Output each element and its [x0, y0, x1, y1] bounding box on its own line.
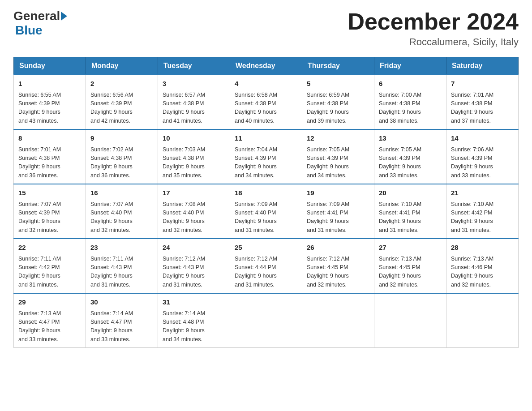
day-number: 10 — [163, 133, 225, 144]
day-info: Sunrise: 7:00 AMSunset: 4:38 PMDaylight:… — [379, 91, 442, 126]
day-info: Sunrise: 6:57 AMSunset: 4:38 PMDaylight:… — [163, 91, 225, 126]
day-number: 15 — [18, 188, 81, 198]
day-info: Sunrise: 7:13 AMSunset: 4:46 PMDaylight:… — [451, 255, 514, 290]
day-info: Sunrise: 7:07 AMSunset: 4:39 PMDaylight:… — [18, 200, 81, 235]
day-info: Sunrise: 6:55 AMSunset: 4:39 PMDaylight:… — [18, 91, 81, 126]
calendar-week-row-5: 29Sunrise: 7:13 AMSunset: 4:47 PMDayligh… — [14, 293, 519, 348]
day-number: 26 — [307, 243, 369, 253]
calendar-cell: 21Sunrise: 7:10 AMSunset: 4:42 PMDayligh… — [446, 184, 519, 239]
calendar-cell: 13Sunrise: 7:05 AMSunset: 4:39 PMDayligh… — [374, 129, 446, 184]
calendar-cell: 2Sunrise: 6:56 AMSunset: 4:39 PMDaylight… — [86, 75, 158, 129]
logo-arrow-icon — [61, 12, 67, 21]
day-info: Sunrise: 7:13 AMSunset: 4:45 PMDaylight:… — [379, 255, 442, 290]
calendar-cell: 20Sunrise: 7:10 AMSunset: 4:41 PMDayligh… — [374, 184, 446, 239]
day-number: 24 — [163, 243, 225, 253]
calendar-cell — [446, 293, 519, 348]
calendar-cell: 1Sunrise: 6:55 AMSunset: 4:39 PMDaylight… — [14, 75, 86, 129]
day-number: 8 — [18, 133, 81, 144]
calendar-cell: 18Sunrise: 7:09 AMSunset: 4:40 PMDayligh… — [230, 184, 302, 239]
day-info: Sunrise: 7:01 AMSunset: 4:38 PMDaylight:… — [451, 91, 514, 126]
day-number: 1 — [18, 79, 81, 89]
month-title: December 2024 — [348, 9, 519, 34]
page-header: General Blue December 2024 Roccalumera, … — [13, 9, 519, 48]
day-info: Sunrise: 7:11 AMSunset: 4:43 PMDaylight:… — [90, 255, 153, 290]
calendar-header-wednesday: Wednesday — [230, 57, 302, 75]
day-number: 13 — [379, 133, 442, 144]
logo-blue-text: Blue — [15, 23, 43, 37]
calendar-cell: 8Sunrise: 7:01 AMSunset: 4:38 PMDaylight… — [14, 129, 86, 184]
logo-general-text: General — [13, 9, 60, 23]
title-block: December 2024 Roccalumera, Sicily, Italy — [348, 9, 519, 48]
day-number: 19 — [307, 188, 369, 198]
day-info: Sunrise: 7:10 AMSunset: 4:42 PMDaylight:… — [451, 200, 514, 235]
day-number: 5 — [307, 79, 369, 89]
calendar-cell: 12Sunrise: 7:05 AMSunset: 4:39 PMDayligh… — [302, 129, 374, 184]
day-number: 4 — [235, 79, 297, 89]
calendar-header-friday: Friday — [374, 57, 446, 75]
day-number: 17 — [163, 188, 225, 198]
calendar-cell: 14Sunrise: 7:06 AMSunset: 4:39 PMDayligh… — [446, 129, 519, 184]
day-info: Sunrise: 7:12 AMSunset: 4:45 PMDaylight:… — [307, 255, 369, 290]
day-info: Sunrise: 7:04 AMSunset: 4:39 PMDaylight:… — [235, 146, 297, 180]
day-number: 27 — [379, 243, 442, 253]
calendar-week-row-2: 8Sunrise: 7:01 AMSunset: 4:38 PMDaylight… — [14, 129, 519, 184]
location-text: Roccalumera, Sicily, Italy — [348, 36, 519, 48]
logo: General Blue — [13, 9, 68, 38]
day-info: Sunrise: 7:09 AMSunset: 4:40 PMDaylight:… — [235, 200, 297, 235]
calendar-cell: 17Sunrise: 7:08 AMSunset: 4:40 PMDayligh… — [158, 184, 230, 239]
calendar-header-monday: Monday — [86, 57, 158, 75]
calendar-cell: 9Sunrise: 7:02 AMSunset: 4:38 PMDaylight… — [86, 129, 158, 184]
calendar-week-row-4: 22Sunrise: 7:11 AMSunset: 4:42 PMDayligh… — [14, 239, 519, 293]
day-number: 21 — [451, 188, 514, 198]
calendar-cell: 27Sunrise: 7:13 AMSunset: 4:45 PMDayligh… — [374, 239, 446, 293]
calendar-cell: 30Sunrise: 7:14 AMSunset: 4:47 PMDayligh… — [86, 293, 158, 348]
day-info: Sunrise: 7:05 AMSunset: 4:39 PMDaylight:… — [307, 146, 369, 180]
day-info: Sunrise: 7:07 AMSunset: 4:40 PMDaylight:… — [90, 200, 153, 235]
day-number: 30 — [90, 297, 153, 308]
calendar-week-row-3: 15Sunrise: 7:07 AMSunset: 4:39 PMDayligh… — [14, 184, 519, 239]
day-info: Sunrise: 7:03 AMSunset: 4:38 PMDaylight:… — [163, 146, 225, 180]
day-info: Sunrise: 6:59 AMSunset: 4:38 PMDaylight:… — [307, 91, 369, 126]
day-info: Sunrise: 7:12 AMSunset: 4:43 PMDaylight:… — [163, 255, 225, 290]
day-number: 9 — [90, 133, 153, 144]
day-number: 6 — [379, 79, 442, 89]
calendar-cell: 7Sunrise: 7:01 AMSunset: 4:38 PMDaylight… — [446, 75, 519, 129]
calendar-week-row-1: 1Sunrise: 6:55 AMSunset: 4:39 PMDaylight… — [14, 75, 519, 129]
day-number: 12 — [307, 133, 369, 144]
calendar-cell — [230, 293, 302, 348]
calendar-header-sunday: Sunday — [14, 57, 86, 75]
calendar-cell: 24Sunrise: 7:12 AMSunset: 4:43 PMDayligh… — [158, 239, 230, 293]
calendar-cell: 3Sunrise: 6:57 AMSunset: 4:38 PMDaylight… — [158, 75, 230, 129]
day-number: 16 — [90, 188, 153, 198]
day-number: 28 — [451, 243, 514, 253]
day-number: 25 — [235, 243, 297, 253]
calendar-cell: 19Sunrise: 7:09 AMSunset: 4:41 PMDayligh… — [302, 184, 374, 239]
day-number: 18 — [235, 188, 297, 198]
day-info: Sunrise: 7:13 AMSunset: 4:47 PMDaylight:… — [18, 309, 81, 344]
day-number: 2 — [90, 79, 153, 89]
day-number: 29 — [18, 297, 81, 308]
calendar-cell: 22Sunrise: 7:11 AMSunset: 4:42 PMDayligh… — [14, 239, 86, 293]
calendar-header-row: SundayMondayTuesdayWednesdayThursdayFrid… — [14, 57, 519, 75]
day-number: 3 — [163, 79, 225, 89]
calendar-cell: 10Sunrise: 7:03 AMSunset: 4:38 PMDayligh… — [158, 129, 230, 184]
calendar-cell: 25Sunrise: 7:12 AMSunset: 4:44 PMDayligh… — [230, 239, 302, 293]
calendar-cell — [374, 293, 446, 348]
calendar-header-saturday: Saturday — [446, 57, 519, 75]
calendar-table: SundayMondayTuesdayWednesdayThursdayFrid… — [13, 57, 519, 348]
calendar-cell — [302, 293, 374, 348]
calendar-cell: 11Sunrise: 7:04 AMSunset: 4:39 PMDayligh… — [230, 129, 302, 184]
day-info: Sunrise: 7:12 AMSunset: 4:44 PMDaylight:… — [235, 255, 297, 290]
calendar-cell: 4Sunrise: 6:58 AMSunset: 4:38 PMDaylight… — [230, 75, 302, 129]
day-number: 20 — [379, 188, 442, 198]
day-info: Sunrise: 7:09 AMSunset: 4:41 PMDaylight:… — [307, 200, 369, 235]
day-number: 31 — [163, 297, 225, 308]
day-number: 11 — [235, 133, 297, 144]
day-info: Sunrise: 7:14 AMSunset: 4:48 PMDaylight:… — [163, 309, 225, 344]
day-info: Sunrise: 7:05 AMSunset: 4:39 PMDaylight:… — [379, 146, 442, 180]
day-info: Sunrise: 7:06 AMSunset: 4:39 PMDaylight:… — [451, 146, 514, 180]
calendar-cell: 26Sunrise: 7:12 AMSunset: 4:45 PMDayligh… — [302, 239, 374, 293]
day-number: 7 — [451, 79, 514, 89]
calendar-cell: 6Sunrise: 7:00 AMSunset: 4:38 PMDaylight… — [374, 75, 446, 129]
day-info: Sunrise: 7:08 AMSunset: 4:40 PMDaylight:… — [163, 200, 225, 235]
